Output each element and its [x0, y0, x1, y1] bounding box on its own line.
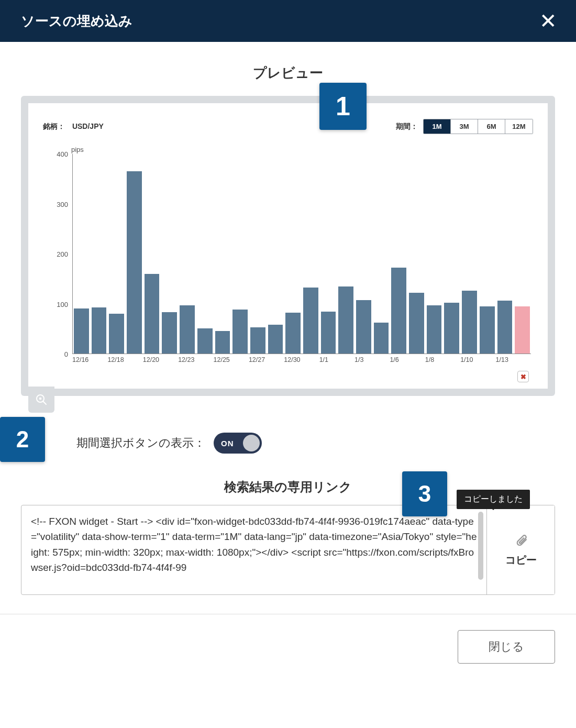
x-tick: 12/16 — [72, 356, 90, 369]
bar — [232, 310, 248, 354]
bar — [162, 312, 177, 354]
symbol-group: 銘柄： USD/JPY — [43, 122, 104, 131]
x-tick — [337, 356, 355, 369]
x-tick: 12/23 — [178, 356, 196, 369]
x-tick — [160, 356, 178, 369]
x-tick: 1/1 — [319, 356, 337, 369]
bar — [497, 301, 513, 354]
modal-title: ソースの埋め込み — [21, 12, 132, 30]
bar — [427, 305, 442, 354]
callout-2: 2 — [0, 417, 45, 462]
modal-header: ソースの埋め込み ✕ — [0, 0, 576, 42]
preview-heading: プレビュー — [21, 64, 555, 82]
toggle-label: 期間選択ボタンの表示： — [76, 435, 205, 451]
bar — [74, 308, 89, 354]
bar — [127, 171, 142, 354]
x-tick: 12/30 — [284, 356, 302, 369]
period-toggle[interactable]: ON — [214, 433, 262, 454]
bar — [145, 274, 160, 354]
bar — [480, 306, 495, 354]
period-group: 期間： 1M3M6M12M — [396, 119, 533, 134]
period-label: 期間： — [396, 122, 418, 131]
toggle-knob — [243, 435, 260, 451]
bar — [462, 291, 477, 354]
y-tick: 400 — [43, 150, 68, 158]
copy-label: コピー — [505, 553, 537, 567]
bar — [197, 328, 213, 354]
y-axis-unit: pips — [71, 146, 84, 153]
y-axis-labels: 0100200300400 — [43, 154, 68, 354]
svg-line-1 — [43, 401, 46, 404]
copied-tooltip: コピーしました — [457, 490, 530, 509]
bar — [356, 300, 371, 354]
bar — [444, 303, 459, 354]
bar — [285, 313, 301, 354]
period-option-6M[interactable]: 6M — [478, 119, 505, 134]
x-tick: 12/25 — [214, 356, 231, 369]
bar — [515, 306, 530, 354]
zoom-icon[interactable] — [28, 387, 54, 413]
toggle-state-text: ON — [221, 439, 234, 448]
callout-1: 1 — [319, 83, 367, 130]
bar — [268, 325, 283, 354]
svg-point-2 — [39, 398, 42, 400]
y-tick: 300 — [43, 200, 68, 208]
bar — [250, 327, 265, 354]
x-tick — [407, 356, 425, 369]
bar — [303, 288, 318, 354]
x-tick — [513, 356, 531, 369]
x-tick: 12/18 — [107, 356, 125, 369]
scrollbar-thumb[interactable] — [478, 512, 483, 580]
period-segmented: 1M3M6M12M — [423, 119, 533, 134]
bar — [180, 305, 195, 354]
x-tick: 1/8 — [425, 356, 443, 369]
callout-3: 3 — [402, 471, 447, 516]
x-tick — [125, 356, 143, 369]
modal-content: プレビュー 1 銘柄： USD/JPY 期間： 1M3M6M12M pips 0… — [0, 42, 576, 595]
x-tick: 1/3 — [355, 356, 372, 369]
bar — [321, 312, 336, 354]
bar — [92, 307, 107, 354]
modal-footer: 閉じる — [0, 614, 576, 664]
chart-top-bar: 銘柄： USD/JPY 期間： 1M3M6M12M — [43, 119, 533, 134]
toggle-row: 期間選択ボタンの表示： ON — [21, 433, 555, 454]
code-row: <!-- FXON widget - Start --> <div id="fx… — [21, 505, 555, 595]
bar — [374, 323, 389, 354]
x-tick — [442, 356, 460, 369]
x-tick: 12/27 — [249, 356, 267, 369]
x-tick — [478, 356, 496, 369]
bar — [409, 293, 424, 354]
x-axis-labels: 12/1612/1812/2012/2312/2512/2712/301/11/… — [72, 356, 531, 369]
x-tick: 1/10 — [460, 356, 478, 369]
plot-area — [72, 154, 531, 354]
x-tick — [90, 356, 108, 369]
y-tick: 200 — [43, 250, 68, 258]
period-option-12M[interactable]: 12M — [505, 119, 533, 134]
symbol-value: USD/JPY — [72, 122, 104, 130]
close-button[interactable]: 閉じる — [458, 630, 555, 664]
x-tick — [231, 356, 249, 369]
x-tick: 1/6 — [390, 356, 407, 369]
bar — [109, 314, 124, 354]
period-option-1M[interactable]: 1M — [424, 119, 451, 134]
provider-logo-icon: ✖ — [517, 371, 529, 382]
copy-button[interactable]: コピー — [486, 505, 555, 594]
chart: pips 0100200300400 12/1612/1812/2012/231… — [43, 149, 533, 369]
bar — [391, 268, 406, 354]
y-tick: 100 — [43, 300, 68, 308]
x-tick — [196, 356, 214, 369]
bar — [338, 286, 353, 354]
clip-icon — [514, 533, 528, 548]
code-text: <!-- FXON widget - Start --> <div id="fx… — [31, 516, 477, 573]
preview-inner: 銘柄： USD/JPY 期間： 1M3M6M12M pips 010020030… — [28, 103, 548, 389]
period-option-3M[interactable]: 3M — [451, 119, 478, 134]
x-tick: 1/13 — [496, 356, 514, 369]
x-tick — [302, 356, 319, 369]
x-tick: 12/20 — [143, 356, 161, 369]
preview-frame: 銘柄： USD/JPY 期間： 1M3M6M12M pips 010020030… — [21, 96, 555, 396]
x-tick — [267, 356, 284, 369]
bar — [215, 331, 230, 354]
code-textarea[interactable]: <!-- FXON widget - Start --> <div id="fx… — [21, 505, 486, 594]
close-icon[interactable]: ✕ — [539, 10, 557, 31]
y-tick: 0 — [43, 350, 68, 358]
